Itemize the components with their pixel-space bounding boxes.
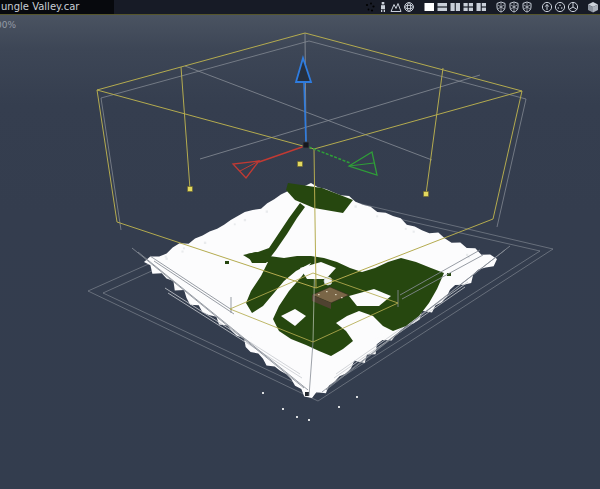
orb-wheel-icon[interactable] <box>566 1 579 13</box>
particles-icon[interactable] <box>363 1 376 13</box>
layout-mixed-icon[interactable] <box>474 1 487 13</box>
puppet-icon[interactable] <box>376 1 389 13</box>
axis-x-arrow[interactable] <box>233 146 305 178</box>
document-tab[interactable]: ungle Valley.car <box>0 0 114 14</box>
corner-vertex-dot <box>305 392 309 396</box>
shield-mesh-icon[interactable] <box>507 1 520 13</box>
toolbar-group <box>540 1 579 13</box>
cage-sphere-icon[interactable] <box>402 1 415 13</box>
layout-columns-icon[interactable] <box>448 1 461 13</box>
cube-icon[interactable] <box>586 1 599 13</box>
top-toolbar: ungle Valley.car <box>0 0 600 15</box>
axis-y-arrow[interactable] <box>309 147 377 175</box>
shield-wire-icon[interactable] <box>494 1 507 13</box>
transform-gizmo[interactable] <box>233 58 377 178</box>
shield-grid-icon[interactable] <box>520 1 533 13</box>
toolbar-group <box>494 1 533 13</box>
viewport-canvas[interactable] <box>0 15 600 489</box>
toolbar-group <box>363 1 415 13</box>
document-tab-label: ungle Valley.car <box>1 1 79 12</box>
viewport[interactable]: 00% <box>0 15 600 489</box>
layout-single-icon[interactable] <box>422 1 435 13</box>
orb-arrow-icon[interactable] <box>540 1 553 13</box>
terrain-icon[interactable] <box>389 1 402 13</box>
toolbar-group <box>586 1 599 13</box>
layout-rows-icon[interactable] <box>435 1 448 13</box>
toolbar-group <box>422 1 487 13</box>
layout-grid-icon[interactable] <box>461 1 474 13</box>
gizmo-origin[interactable] <box>303 142 309 148</box>
orb-mesh-icon[interactable] <box>553 1 566 13</box>
toolbar-icon-strip <box>356 0 600 14</box>
